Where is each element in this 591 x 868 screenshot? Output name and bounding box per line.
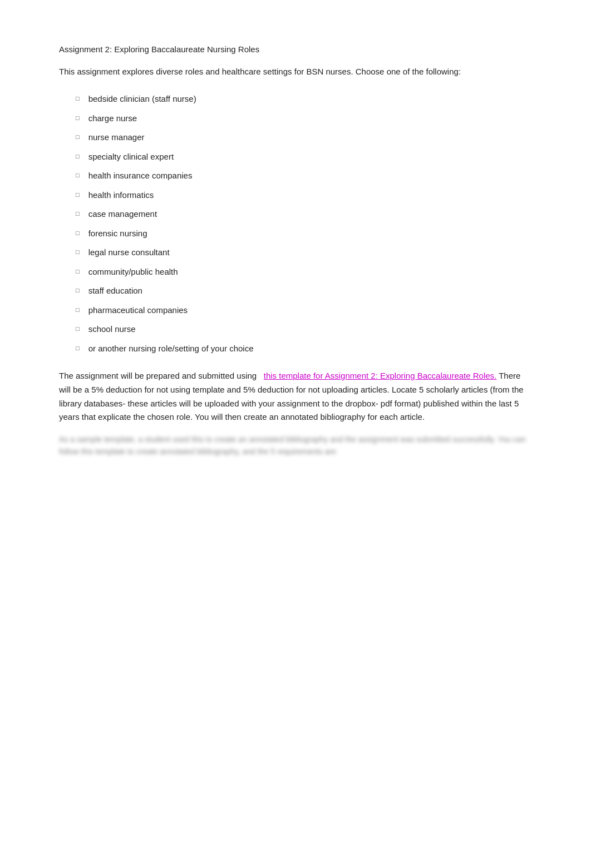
blurred-content: As a sample template, a student used thi… xyxy=(59,433,532,458)
list-item: case management xyxy=(59,205,532,224)
list-item: health insurance companies xyxy=(59,166,532,186)
list-item: or another nursing role/setting of your … xyxy=(59,339,532,359)
list-item: school nurse xyxy=(59,320,532,339)
list-item: health informatics xyxy=(59,186,532,205)
list-item: specialty clinical expert xyxy=(59,147,532,167)
page-title: Assignment 2: Exploring Baccalaureate Nu… xyxy=(59,44,532,54)
list-item: community/public health xyxy=(59,262,532,282)
list-item: nurse manager xyxy=(59,128,532,147)
template-link[interactable]: this template for Assignment 2: Explorin… xyxy=(264,371,497,380)
intro-paragraph: This assignment explores diverse roles a… xyxy=(59,65,532,78)
list-item: staff education xyxy=(59,281,532,301)
list-item: bedside clinician (staff nurse) xyxy=(59,90,532,109)
submission-instructions: The assignment will be prepared and subm… xyxy=(59,369,532,424)
body-text-before-link: The assignment will be prepared and subm… xyxy=(59,371,257,380)
list-item: pharmaceutical companies xyxy=(59,301,532,320)
list-item: forensic nursing xyxy=(59,224,532,244)
list-item: charge nurse xyxy=(59,109,532,128)
list-item: legal nurse consultant xyxy=(59,243,532,262)
nursing-roles-list: bedside clinician (staff nurse)charge nu… xyxy=(59,90,532,358)
